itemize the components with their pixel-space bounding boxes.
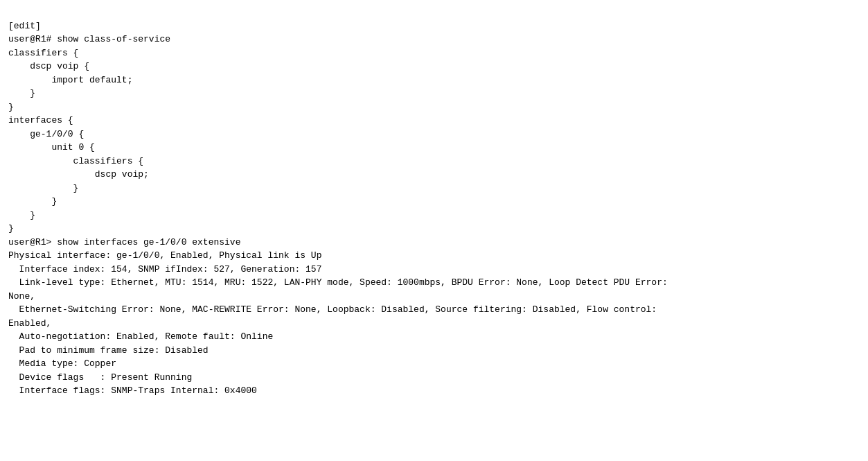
terminal-line: dscp voip;	[8, 168, 860, 182]
terminal-line: Device flags : Present Running	[8, 371, 860, 385]
terminal-line: Enabled,	[8, 317, 860, 331]
terminal-line: Auto-negotiation: Enabled, Remote fault:…	[8, 330, 860, 344]
terminal-line: Pad to minimum frame size: Disabled	[8, 344, 860, 358]
terminal-line: user@R1> show interfaces ge-1/0/0 extens…	[8, 236, 860, 250]
terminal-line: user@R1# show class-of-service	[8, 33, 860, 46]
terminal-line: interfaces {	[8, 114, 860, 128]
terminal-line: classifiers {	[8, 46, 860, 60]
terminal-line: Link-level type: Ethernet, MTU: 1514, MR…	[8, 276, 860, 290]
terminal-line: Ethernet-Switching Error: None, MAC-REWR…	[8, 303, 860, 317]
terminal-line: }	[8, 87, 860, 101]
terminal-line: }	[8, 209, 860, 223]
terminal-line: import default;	[8, 73, 860, 87]
terminal-line: }	[8, 195, 860, 209]
terminal-line: }	[8, 182, 860, 195]
terminal-line: None,	[8, 290, 860, 304]
terminal-line: dscp voip {	[8, 60, 860, 73]
terminal-line: unit 0 {	[8, 141, 860, 155]
terminal-line: Interface flags: SNMP-Traps Internal: 0x…	[8, 384, 860, 398]
terminal-line: Physical interface: ge-1/0/0, Enabled, P…	[8, 249, 860, 263]
terminal-line: }	[8, 222, 860, 236]
terminal-line: classifiers {	[8, 155, 860, 168]
terminal-line: Media type: Copper	[8, 357, 860, 371]
terminal-line: }	[8, 101, 860, 114]
terminal-line: Interface index: 154, SNMP ifIndex: 527,…	[8, 263, 860, 277]
terminal-line: ge-1/0/0 {	[8, 128, 860, 141]
terminal-output: [edit]user@R1# show class-of-serviceclas…	[8, 6, 860, 398]
terminal-line: [edit]	[8, 19, 860, 33]
